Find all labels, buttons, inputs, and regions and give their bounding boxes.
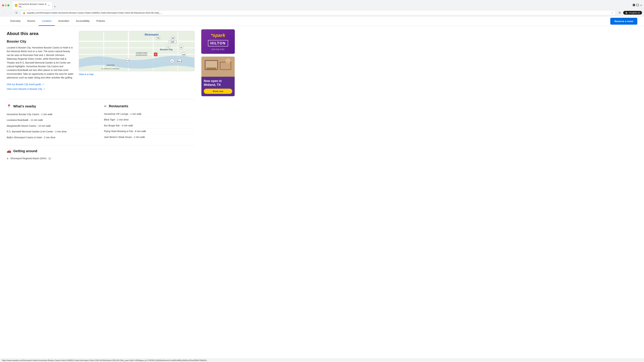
restaurant-item-4: Jack Binion's Steak House - 1 min walk bbox=[104, 134, 194, 140]
tab-favicon: E bbox=[15, 4, 17, 7]
svg-text:185: 185 bbox=[182, 54, 185, 56]
svg-text:DOWNTOWN: DOWNTOWN bbox=[136, 52, 147, 54]
nav-tab-location[interactable]: Location bbox=[38, 16, 55, 26]
nav-tab-amenities[interactable]: Amenities bbox=[55, 16, 72, 26]
nav-tab-policies[interactable]: Policies bbox=[93, 16, 108, 26]
extensions-button[interactable]: ⧉ bbox=[617, 10, 622, 15]
address-bar[interactable]: 🔒 expedia.com/Shreveport-Hotels-Horsesho… bbox=[20, 10, 616, 15]
svg-point-41 bbox=[226, 58, 230, 63]
restaurants-title: Restaurants bbox=[109, 104, 128, 108]
map-image[interactable]: 79 20 3 22 185 782-1 71 bbox=[79, 31, 194, 71]
whats-nearby-column: 📍 What's nearby Horseshoe Bossier City C… bbox=[7, 104, 97, 140]
airport-item: ✈ Shreveport Regional Airport (SHV) - 11 bbox=[7, 156, 194, 161]
about-description: Located in Bossier City, Horseshoe Bossi… bbox=[7, 46, 74, 80]
svg-rect-40 bbox=[220, 62, 230, 69]
restaurants-icon: ✂ bbox=[104, 104, 107, 108]
nearby-item-4: Bally's Shreveport Casino & Hotel - 2 mi… bbox=[7, 135, 97, 140]
nearby-title: What's nearby bbox=[13, 104, 36, 108]
ad-image bbox=[202, 57, 234, 77]
browser-tabs: E Horseshoe Bossier Casino & Ho... × + bbox=[12, 1, 57, 9]
travel-guide-link[interactable]: Visit our Bossier City travel guide ↗ bbox=[7, 83, 74, 86]
getting-around-header: 🚗 Getting around bbox=[7, 149, 194, 153]
svg-rect-38 bbox=[206, 67, 216, 69]
svg-text:3: 3 bbox=[168, 46, 168, 48]
site-navigation: Overview Rooms Location Amenities Access… bbox=[0, 16, 644, 26]
spark-logo: *spark bbox=[211, 33, 225, 38]
hilton-logo: HILTON bbox=[208, 40, 228, 46]
lock-icon: 🔒 bbox=[23, 11, 26, 14]
page-wrapper: Overview Rooms Location Amenities Access… bbox=[0, 16, 644, 362]
travel-guide-label: Visit our Bossier City travel guide bbox=[7, 83, 41, 86]
map-container: 79 20 3 22 185 782-1 71 bbox=[79, 31, 194, 92]
about-title: About this area bbox=[7, 31, 74, 36]
about-city: Bossier City bbox=[7, 39, 74, 43]
content-area: About this area Bossier City Located in … bbox=[0, 26, 201, 169]
restaurant-item-2: 8oz Burger Bar - 4 min walk bbox=[104, 123, 194, 129]
nav-tab-accessibility[interactable]: Accessibility bbox=[72, 16, 93, 26]
about-text: About this area Bossier City Located in … bbox=[7, 31, 74, 92]
browser-chrome: E Horseshoe Bossier Casino & Ho... × + ×… bbox=[0, 0, 644, 16]
bookmark-icon: ☆ bbox=[611, 11, 613, 14]
svg-text:Bossier City: Bossier City bbox=[160, 48, 173, 51]
resorts-label: View more Resorts in Bossier City bbox=[7, 88, 42, 90]
incognito-button[interactable]: 🕵 Incognito (2) bbox=[623, 11, 642, 14]
getting-around-section: 🚗 Getting around ✈ Shreveport Regional A… bbox=[7, 145, 194, 164]
svg-text:782-1: 782-1 bbox=[178, 60, 182, 62]
external-link-icon-2: ↗ bbox=[43, 88, 45, 90]
svg-text:20: 20 bbox=[172, 37, 174, 39]
active-tab[interactable]: E Horseshoe Bossier Casino & Ho... × bbox=[12, 1, 52, 9]
restaurant-item-3: Flying Heart Brewing & Pub - 8 min walk bbox=[104, 129, 194, 134]
resorts-link[interactable]: View more Resorts in Bossier City ↗ bbox=[7, 88, 74, 90]
restaurants-column: ✂ Restaurants Horseshoe VIP Lounge - 1 m… bbox=[104, 104, 194, 140]
nearby-item-3: R.S. Barnwell Memorial Garden & Art Cent… bbox=[7, 129, 97, 135]
view-map-link[interactable]: View in a map bbox=[79, 73, 194, 76]
svg-text:RIVERFRONT: RIVERFRONT bbox=[136, 54, 148, 56]
svg-text:LAKESIDE: LAKESIDE bbox=[106, 64, 115, 66]
svg-text:22: 22 bbox=[180, 46, 182, 48]
nearby-item-0: Horseshoe Bossier City Casino - 1 min wa… bbox=[7, 112, 97, 117]
book-now-button[interactable]: Book now bbox=[204, 89, 232, 94]
tab-title: Horseshoe Bossier Casino & Ho... bbox=[18, 3, 47, 8]
svg-text:Shreveport: Shreveport bbox=[144, 33, 159, 36]
reload-button[interactable]: ↻ bbox=[14, 10, 19, 15]
reserve-button[interactable]: Reserve a room bbox=[610, 18, 637, 25]
url-text: expedia.com/Shreveport-Hotels-Horseshoe-… bbox=[27, 11, 610, 14]
restaurant-item-0: Horseshoe VIP Lounge - 1 min walk bbox=[104, 111, 194, 117]
svg-text:79: 79 bbox=[157, 37, 159, 39]
browser-toolbar: ← → ↻ 🔒 expedia.com/Shreveport-Hotels-Ho… bbox=[0, 9, 644, 16]
airport-text: Shreveport Regional Airport (SHV) - 11 bbox=[10, 157, 51, 160]
svg-text:173: 173 bbox=[126, 59, 129, 61]
about-section: About this area Bossier City Located in … bbox=[7, 31, 194, 92]
nearby-section: 📍 What's nearby Horseshoe Bossier City C… bbox=[7, 99, 194, 145]
main-content: About this area Bossier City Located in … bbox=[0, 26, 644, 169]
ad-content: Now open in Midland, TX Book now bbox=[202, 77, 234, 96]
nav-tab-overview[interactable]: Overview bbox=[7, 16, 24, 26]
new-tab-button[interactable]: + bbox=[53, 4, 57, 9]
incognito-label: Incognito (2) bbox=[629, 11, 640, 14]
hilton-tagline: FOR THE STAY bbox=[212, 48, 224, 50]
ad-title: Now open in Midland, TX bbox=[204, 79, 232, 87]
location-pin-icon: 📍 bbox=[7, 104, 11, 109]
getting-around-title: Getting around bbox=[13, 149, 37, 153]
spark-hilton-ad[interactable]: *spark HILTON FOR THE STAY bbox=[201, 29, 235, 54]
svg-text:71: 71 bbox=[171, 60, 173, 62]
svg-text:3105: 3105 bbox=[170, 41, 174, 43]
sidebar-ads: *spark HILTON FOR THE STAY bbox=[201, 26, 235, 169]
restaurants-header: ✂ Restaurants bbox=[104, 104, 194, 108]
back-button[interactable]: ← bbox=[2, 10, 7, 15]
midland-ad[interactable]: Now open in Midland, TX Book now bbox=[201, 56, 235, 96]
nearby-item-1: Louisiana Boardwalk - 11 min walk bbox=[7, 117, 97, 123]
restaurant-item-1: Blind Tiger - 2 min drive bbox=[104, 117, 194, 123]
nav-tab-rooms[interactable]: Rooms bbox=[24, 16, 39, 26]
forward-button[interactable]: → bbox=[8, 10, 13, 15]
status-url: https://www.expedia.com/Shreveport-Hotel… bbox=[2, 359, 208, 361]
car-icon: 🚗 bbox=[7, 149, 11, 153]
svg-text:H: H bbox=[155, 53, 156, 55]
external-link-icon: ↗ bbox=[42, 83, 44, 85]
nearby-item-2: Margaritaville Resort Casino - 15 min wa… bbox=[7, 123, 97, 129]
incognito-icon: 🕵 bbox=[625, 11, 628, 14]
nav-tabs: Overview Rooms Location Amenities Access… bbox=[7, 16, 610, 26]
status-bar: https://www.expedia.com/Shreveport-Hotel… bbox=[0, 359, 644, 362]
tab-close-button[interactable]: × bbox=[48, 4, 50, 7]
nearby-header: 📍 What's nearby bbox=[7, 104, 97, 109]
